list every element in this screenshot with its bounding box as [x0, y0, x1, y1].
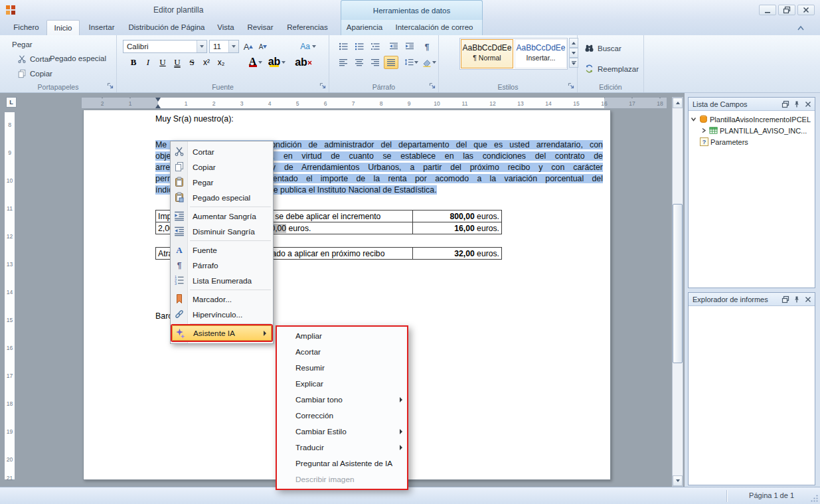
- tab-intercalacion[interactable]: Intercalación de correo: [389, 20, 479, 35]
- subscript-button[interactable]: x₂: [214, 56, 228, 69]
- menu-item-cortar[interactable]: Cortar: [171, 144, 273, 159]
- scroll-down-button[interactable]: [673, 475, 683, 486]
- menu-item-lista-enumerada[interactable]: 123 Lista Enumerada: [171, 273, 273, 288]
- dialog-launcher-icon[interactable]: [429, 82, 436, 90]
- close-icon[interactable]: [803, 295, 813, 304]
- bullet-list-button[interactable]: [336, 40, 351, 53]
- shading-icon: [422, 58, 432, 67]
- line-spacing-button[interactable]: [402, 56, 420, 69]
- align-justify-button[interactable]: [384, 56, 398, 69]
- font-size-combo[interactable]: 11: [209, 40, 239, 53]
- decrease-indent-button[interactable]: [386, 40, 401, 53]
- tab-referencias[interactable]: Referencias: [282, 20, 333, 35]
- grow-font-button[interactable]: A: [242, 40, 255, 53]
- horizontal-ruler[interactable]: 2 1 1 2 3 4 5 6 7 8 9 10 11 12 13 14 15 …: [81, 97, 667, 109]
- left-indent-marker[interactable]: [155, 104, 161, 108]
- tab-fichero[interactable]: Fichero: [8, 20, 44, 35]
- tab-inicio[interactable]: Inicio: [46, 20, 80, 35]
- tree-item-parameters[interactable]: ? Parameters: [690, 136, 813, 147]
- menu-item-disminuir-sangria[interactable]: Disminuir Sangría: [171, 224, 273, 239]
- increase-indent-button[interactable]: [402, 40, 417, 53]
- superscript-button[interactable]: x²: [200, 56, 213, 69]
- italic-button[interactable]: I: [141, 56, 155, 69]
- submenu-item-traducir[interactable]: Traducir: [277, 440, 407, 456]
- submenu-item-explicar[interactable]: Explicar: [277, 376, 407, 392]
- submenu-item-correccion[interactable]: Corrección: [277, 408, 407, 424]
- clear-formatting-button[interactable]: ab: [295, 56, 312, 69]
- scroll-up-button[interactable]: [673, 98, 683, 108]
- menu-item-marcador[interactable]: Marcador...: [171, 292, 273, 307]
- styles-scroll-down-button[interactable]: [569, 48, 578, 58]
- style-normal-tile[interactable]: AaBbCcDdEe ¶ Normal: [461, 39, 513, 68]
- chevron-down-icon[interactable]: [228, 41, 238, 52]
- minimize-button[interactable]: [759, 5, 776, 15]
- document-scrollbar[interactable]: [672, 97, 683, 487]
- dock-icon[interactable]: [781, 295, 790, 304]
- submenu-item-acortar[interactable]: Acortar: [277, 344, 407, 360]
- pin-icon[interactable]: [792, 100, 801, 109]
- close-icon[interactable]: [803, 100, 813, 109]
- multilevel-list-button[interactable]: [368, 40, 382, 53]
- pin-icon[interactable]: [792, 295, 801, 304]
- menu-item-aumentar-sangria[interactable]: Aumentar Sangría: [171, 209, 273, 224]
- replace-button[interactable]: Reemplazar: [584, 64, 639, 74]
- chevron-down-icon[interactable]: [690, 116, 697, 123]
- menu-item-parrafo[interactable]: ¶ Párrafo: [171, 258, 273, 273]
- underline-button[interactable]: U: [156, 56, 169, 69]
- resize-grip[interactable]: [810, 494, 819, 503]
- menu-item-pegado-especial[interactable]: Pegado especial: [171, 190, 273, 205]
- first-line-indent-marker[interactable]: [155, 98, 161, 102]
- styles-more-button[interactable]: [569, 58, 578, 68]
- vertical-ruler[interactable]: 8 9 10 11 12 13 14 15 16 17 18 19 20 21: [4, 112, 15, 480]
- collapse-ribbon-button[interactable]: [795, 23, 807, 33]
- align-left-button[interactable]: [336, 56, 351, 69]
- double-underline-button[interactable]: U: [171, 56, 184, 69]
- align-right-button[interactable]: [368, 56, 382, 69]
- restore-button[interactable]: [778, 5, 795, 15]
- submenu-item-cambiar-estilo[interactable]: Cambiar Estilo: [277, 424, 407, 440]
- bold-button[interactable]: B: [127, 56, 140, 69]
- tab-apariencia[interactable]: Apariencia: [343, 20, 386, 35]
- dialog-launcher-icon[interactable]: [319, 82, 327, 90]
- tab-stop-selector[interactable]: L: [6, 97, 17, 108]
- align-center-button[interactable]: [352, 56, 367, 69]
- submenu-item-cambiar-tono[interactable]: Cambiar tono: [277, 392, 407, 408]
- paste-button[interactable]: Pegar: [12, 41, 33, 48]
- submenu-item-ampliar[interactable]: Ampliar: [277, 328, 407, 344]
- menu-item-fuente[interactable]: A Fuente: [171, 242, 273, 258]
- dock-icon[interactable]: [781, 100, 790, 109]
- paste-special-button[interactable]: Pegado especial: [50, 54, 106, 62]
- menu-item-copiar[interactable]: Copiar: [171, 159, 273, 175]
- tab-revisar[interactable]: Revisar: [242, 20, 279, 35]
- shading-button[interactable]: [421, 56, 438, 69]
- menu-item-pegar[interactable]: Pegar: [171, 175, 273, 190]
- chevron-down-icon[interactable]: [197, 41, 206, 52]
- dialog-launcher-icon[interactable]: [568, 82, 575, 90]
- submenu-item-preguntar-asistente[interactable]: Preguntar al Asistente de IA: [277, 456, 407, 471]
- highlight-color-button[interactable]: ab: [267, 56, 287, 69]
- tab-insertar[interactable]: Insertar: [82, 20, 121, 35]
- menu-item-asistente-ia[interactable]: Asistente IA: [172, 325, 272, 341]
- change-case-button[interactable]: Aa: [297, 40, 319, 53]
- cut-button[interactable]: Cortar: [17, 54, 51, 64]
- menu-item-hipervinculo[interactable]: Hipervínculo...: [171, 307, 273, 322]
- tab-distribucion[interactable]: Distribución de Página: [123, 20, 210, 35]
- copy-button[interactable]: Copiar: [17, 69, 52, 78]
- strikethrough-button[interactable]: S: [185, 56, 199, 69]
- chevron-right-icon[interactable]: [700, 127, 707, 134]
- tab-vista[interactable]: Vista: [211, 20, 240, 35]
- close-button[interactable]: [797, 5, 815, 15]
- tree-item-table[interactable]: PLANTILLA_AVISO_INC...: [690, 125, 813, 136]
- dialog-launcher-icon[interactable]: [107, 82, 114, 90]
- shrink-font-button[interactable]: A: [256, 40, 270, 53]
- style-insertar-tile[interactable]: AaBbCcDdEe Insertar...: [515, 39, 567, 68]
- find-button[interactable]: Buscar: [584, 43, 621, 53]
- font-name-combo[interactable]: Calibri: [123, 40, 207, 53]
- submenu-item-resumir[interactable]: Resumir: [277, 360, 407, 376]
- scrollbar-thumb[interactable]: [673, 204, 683, 363]
- styles-scroll-up-button[interactable]: [569, 38, 578, 48]
- tree-item-root[interactable]: PlantillaAvisoIncrementoIPCEL: [690, 114, 813, 125]
- numbered-list-button[interactable]: [352, 40, 367, 53]
- font-color-button[interactable]: A: [246, 56, 264, 69]
- show-marks-button[interactable]: ¶: [420, 40, 434, 53]
